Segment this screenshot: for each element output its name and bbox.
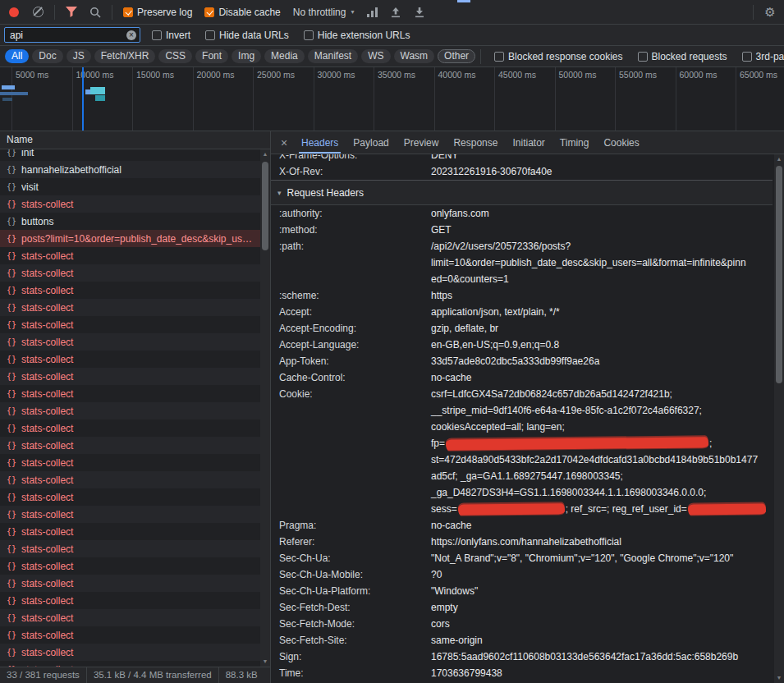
request-headers-section[interactable]: ▾ Request Headers: [271, 181, 773, 205]
request-row[interactable]: {}stats-collect: [0, 419, 270, 437]
name-column-header[interactable]: Name: [0, 131, 270, 149]
filter-type-other[interactable]: Other: [438, 49, 475, 63]
request-row[interactable]: {}stats-collect: [0, 195, 270, 213]
request-row[interactable]: {}stats-collect: [0, 626, 270, 644]
request-row[interactable]: {}init: [0, 149, 270, 161]
filter-type-fetch-xhr[interactable]: Fetch/XHR: [94, 49, 156, 63]
tab-timing[interactable]: Timing: [552, 131, 597, 154]
tab-preview[interactable]: Preview: [397, 131, 447, 154]
settings-button[interactable]: ⚙: [761, 3, 779, 21]
filter-type-manifest[interactable]: Manifest: [308, 49, 358, 63]
invert-checkbox[interactable]: Invert: [152, 30, 190, 41]
tab-cookies[interactable]: Cookies: [596, 131, 646, 154]
header-value-text: ad5cf; _ga=GA1.1.689275447.1698003345;: [431, 470, 623, 482]
scroll-down-icon[interactable]: ▼: [777, 673, 782, 683]
search-icon: [89, 7, 101, 18]
request-row[interactable]: {}stats-collect: [0, 316, 270, 333]
request-row[interactable]: {}stats-collect: [0, 247, 270, 264]
request-row[interactable]: {}stats-collect: [0, 575, 270, 592]
request-row[interactable]: {}stats-collect: [0, 592, 270, 609]
details-scrollbar[interactable]: ▲ ▼: [774, 154, 784, 683]
search-button[interactable]: [86, 3, 104, 21]
scroll-up-icon[interactable]: ▲: [263, 149, 268, 159]
request-row[interactable]: {}stats-collect: [0, 282, 270, 299]
header-value-text: limit=10&order=publish_date_desc&skip_us…: [431, 257, 746, 268]
request-list-scrollbar[interactable]: ▲ ▼: [260, 149, 270, 667]
header-name: Sec-Ch-Ua:: [279, 550, 431, 566]
3rd-party-requests-checkbox[interactable]: 3rd-party requests: [742, 51, 784, 62]
blocked-response-cookies-checkbox[interactable]: Blocked response cookies: [494, 51, 622, 62]
request-row[interactable]: {}buttons: [0, 213, 270, 230]
fetch-xhr-icon: {}: [7, 648, 16, 657]
clear-button[interactable]: [29, 3, 47, 21]
request-row[interactable]: {}visit: [0, 178, 270, 195]
tab-payload[interactable]: Payload: [346, 131, 396, 154]
timeline-tick-label: 65000 ms: [740, 70, 777, 80]
gear-icon: ⚙: [764, 5, 775, 20]
hide-data-urls-checkbox[interactable]: Hide data URLs: [205, 30, 289, 41]
scrollbar-thumb[interactable]: [776, 166, 782, 383]
request-row[interactable]: {}stats-collect: [0, 333, 270, 351]
request-row[interactable]: {}stats-collect: [0, 454, 270, 471]
request-row[interactable]: {}hannahelizabethofficial: [0, 161, 270, 178]
export-har-button[interactable]: [410, 3, 429, 21]
filter-type-js[interactable]: JS: [66, 49, 91, 63]
record-button[interactable]: [5, 3, 23, 21]
filter-type-ws[interactable]: WS: [361, 49, 390, 63]
filter-type-css[interactable]: CSS: [158, 49, 192, 63]
filter-type-font[interactable]: Font: [195, 49, 228, 63]
filter-type-doc[interactable]: Doc: [32, 49, 62, 63]
hide-extension-urls-checkbox[interactable]: Hide extension URLs: [304, 30, 410, 41]
request-row[interactable]: {}stats-collect: [0, 351, 270, 368]
timeline-gridline: 20000 ms: [193, 67, 194, 131]
request-row[interactable]: {}stats-collect: [0, 471, 270, 488]
request-row[interactable]: {}stats-collect: [0, 540, 270, 557]
fetch-xhr-icon: {}: [7, 544, 16, 553]
request-row[interactable]: {}posts?limit=10&order=publish_date_desc…: [0, 230, 270, 247]
request-row[interactable]: {}stats-collect: [0, 661, 270, 667]
checkbox-label: 3rd-party requests: [756, 51, 784, 62]
request-row[interactable]: {}stats-collect: [0, 644, 270, 661]
clear-filter-icon[interactable]: ×: [126, 30, 136, 40]
request-row[interactable]: {}stats-collect: [0, 385, 270, 402]
close-details-button[interactable]: ×: [274, 131, 294, 154]
request-row[interactable]: {}stats-collect: [0, 368, 270, 385]
timeline-selection-marker[interactable]: [82, 67, 84, 131]
throttling-select[interactable]: No throttling ▾: [290, 7, 358, 18]
request-row[interactable]: {}stats-collect: [0, 264, 270, 282]
import-har-button[interactable]: [387, 3, 405, 21]
request-row[interactable]: {}stats-collect: [0, 299, 270, 316]
disable-cache-checkbox[interactable]: Disable cache: [204, 7, 280, 18]
filter-toggle-button[interactable]: [62, 3, 80, 21]
request-row[interactable]: {}stats-collect: [0, 557, 270, 575]
scroll-up-icon[interactable]: ▲: [777, 154, 782, 164]
request-row[interactable]: {}stats-collect: [0, 488, 270, 506]
request-row[interactable]: {}stats-collect: [0, 506, 270, 523]
network-conditions-button[interactable]: [363, 3, 381, 21]
filter-input[interactable]: [10, 30, 126, 41]
scroll-down-icon[interactable]: ▼: [263, 657, 268, 667]
tab-initiator[interactable]: Initiator: [505, 131, 552, 154]
filter-type-img[interactable]: Img: [232, 49, 261, 63]
request-row[interactable]: {}stats-collect: [0, 609, 270, 626]
filter-type-all[interactable]: All: [5, 49, 29, 63]
toolbar-separator: [480, 49, 481, 64]
tab-headers[interactable]: Headers: [294, 131, 346, 154]
scrollbar-track[interactable]: [260, 159, 270, 657]
request-row[interactable]: {}stats-collect: [0, 437, 270, 454]
request-row[interactable]: {}stats-collect: [0, 523, 270, 540]
fetch-xhr-icon: {}: [7, 303, 16, 312]
request-name: stats-collect: [21, 612, 257, 624]
tab-response[interactable]: Response: [446, 131, 505, 154]
request-row[interactable]: {}stats-collect: [0, 402, 270, 419]
filter-type-media[interactable]: Media: [264, 49, 305, 63]
preserve-log-checkbox[interactable]: Preserve log: [123, 7, 192, 18]
response-headers-tail: X-Frame-Options:DENYX-Of-Rev:20231226191…: [271, 154, 773, 181]
filter-type-wasm[interactable]: Wasm: [394, 49, 435, 63]
header-row: Sec-Fetch-Mode:cors: [271, 616, 773, 632]
timeline-overview[interactable]: 5000 ms10000 ms15000 ms20000 ms25000 ms3…: [0, 67, 784, 131]
scrollbar-thumb[interactable]: [262, 162, 268, 250]
scrollbar-track[interactable]: [774, 164, 784, 673]
blocked-requests-checkbox[interactable]: Blocked requests: [638, 51, 727, 62]
header-name: Referer:: [279, 534, 431, 550]
